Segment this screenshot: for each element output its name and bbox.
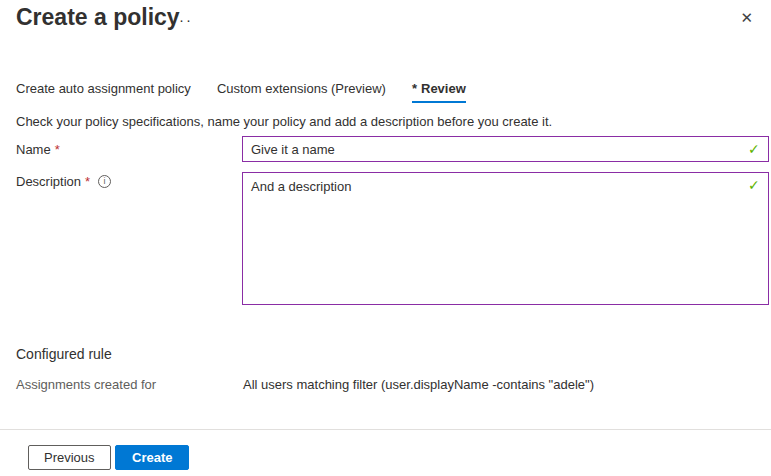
tab-bar: Create auto assignment policy Custom ext… xyxy=(16,81,492,103)
tab-create-auto-assignment-policy[interactable]: Create auto assignment policy xyxy=(16,81,191,103)
name-label: Name* xyxy=(16,142,60,157)
tab-required-marker: * xyxy=(412,81,417,96)
name-input[interactable] xyxy=(242,136,769,162)
previous-button[interactable]: Previous xyxy=(28,445,111,470)
assignments-created-for-value: All users matching filter (user.displayN… xyxy=(243,377,594,392)
tab-review[interactable]: *Review xyxy=(412,81,466,103)
create-policy-dialog: Create a policy ··· ✕ Create auto assign… xyxy=(0,0,771,476)
valid-check-icon: ✓ xyxy=(748,178,760,192)
assignments-created-for-label: Assignments created for xyxy=(16,377,156,392)
footer-divider xyxy=(0,429,771,430)
description-label: Description*i xyxy=(16,174,111,189)
required-asterisk: * xyxy=(85,174,90,189)
tab-label: Create auto assignment policy xyxy=(16,81,191,96)
info-icon[interactable]: i xyxy=(98,175,111,188)
description-textarea[interactable]: And a description xyxy=(242,172,769,305)
close-icon[interactable]: ✕ xyxy=(736,8,757,27)
create-button[interactable]: Create xyxy=(115,445,189,470)
tab-label: Custom extensions (Preview) xyxy=(217,81,386,96)
tab-label: Review xyxy=(421,81,466,96)
required-asterisk: * xyxy=(55,142,60,157)
page-title: Create a policy xyxy=(16,4,180,31)
tab-custom-extensions-preview[interactable]: Custom extensions (Preview) xyxy=(217,81,386,103)
valid-check-icon: ✓ xyxy=(748,142,760,156)
context-menu-icon[interactable]: ··· xyxy=(172,11,193,28)
configured-rule-heading: Configured rule xyxy=(16,346,112,362)
instruction-text: Check your policy specifications, name y… xyxy=(16,114,552,129)
